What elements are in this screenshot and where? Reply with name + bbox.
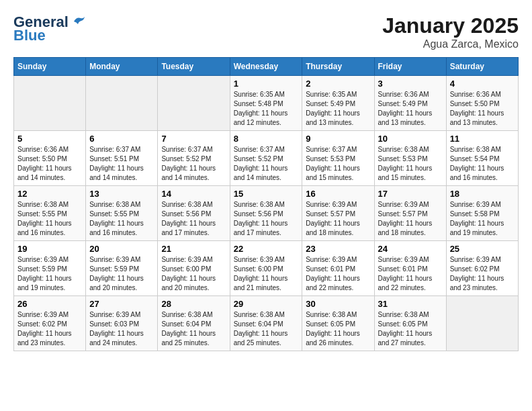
day-info: Sunrise: 6:39 AMSunset: 6:02 PMDaylight:… (17, 310, 82, 348)
day-info: Sunrise: 6:38 AMSunset: 6:05 PMDaylight:… (306, 310, 370, 348)
day-info: Sunrise: 6:39 AMSunset: 5:57 PMDaylight:… (306, 200, 370, 238)
calendar-cell: 18Sunrise: 6:39 AMSunset: 5:58 PMDayligh… (446, 186, 518, 241)
day-number: 13 (89, 189, 154, 199)
day-info: Sunrise: 6:39 AMSunset: 5:59 PMDaylight:… (89, 255, 154, 293)
day-info: Sunrise: 6:39 AMSunset: 6:00 PMDaylight:… (234, 255, 299, 293)
calendar-cell: 22Sunrise: 6:39 AMSunset: 6:00 PMDayligh… (230, 241, 302, 296)
day-info: Sunrise: 6:37 AMSunset: 5:53 PMDaylight:… (306, 145, 370, 183)
calendar-cell: 19Sunrise: 6:39 AMSunset: 5:59 PMDayligh… (14, 241, 86, 296)
calendar-cell: 23Sunrise: 6:39 AMSunset: 6:01 PMDayligh… (302, 241, 374, 296)
calendar-cell: 28Sunrise: 6:38 AMSunset: 6:04 PMDayligh… (158, 296, 230, 351)
day-number: 21 (161, 244, 226, 254)
day-number: 17 (378, 189, 443, 199)
weekday-header-saturday: Saturday (446, 58, 518, 76)
day-info: Sunrise: 6:37 AMSunset: 5:51 PMDaylight:… (89, 145, 154, 183)
calendar-week-row: 12Sunrise: 6:38 AMSunset: 5:55 PMDayligh… (14, 186, 519, 241)
day-number: 26 (17, 299, 82, 309)
day-number: 20 (89, 244, 154, 254)
calendar-cell: 27Sunrise: 6:39 AMSunset: 6:03 PMDayligh… (86, 296, 158, 351)
day-info: Sunrise: 6:38 AMSunset: 5:53 PMDaylight:… (378, 145, 443, 183)
calendar-cell: 17Sunrise: 6:39 AMSunset: 5:57 PMDayligh… (374, 186, 446, 241)
day-info: Sunrise: 6:39 AMSunset: 5:59 PMDaylight:… (17, 255, 82, 293)
calendar-body: 1Sunrise: 6:35 AMSunset: 5:48 PMDaylight… (14, 76, 519, 351)
title-block: January 2025 Agua Zarca, Mexico (382, 13, 519, 50)
calendar-cell: 5Sunrise: 6:36 AMSunset: 5:50 PMDaylight… (14, 131, 86, 186)
day-info: Sunrise: 6:38 AMSunset: 5:55 PMDaylight:… (89, 200, 154, 238)
day-number: 2 (306, 79, 370, 89)
day-info: Sunrise: 6:36 AMSunset: 5:50 PMDaylight:… (450, 90, 515, 128)
calendar-cell: 15Sunrise: 6:38 AMSunset: 5:56 PMDayligh… (230, 186, 302, 241)
logo-blue-text: Blue (13, 27, 46, 44)
day-number: 12 (17, 189, 82, 199)
day-info: Sunrise: 6:38 AMSunset: 6:04 PMDaylight:… (161, 310, 226, 348)
calendar-week-row: 5Sunrise: 6:36 AMSunset: 5:50 PMDaylight… (14, 131, 519, 186)
day-info: Sunrise: 6:38 AMSunset: 5:54 PMDaylight:… (450, 145, 515, 183)
day-number: 22 (234, 244, 299, 254)
day-info: Sunrise: 6:39 AMSunset: 6:03 PMDaylight:… (89, 310, 154, 348)
calendar-cell (158, 76, 230, 131)
day-info: Sunrise: 6:38 AMSunset: 5:56 PMDaylight:… (161, 200, 226, 238)
calendar-cell (14, 76, 86, 131)
day-info: Sunrise: 6:39 AMSunset: 6:00 PMDaylight:… (161, 255, 226, 293)
day-number: 9 (306, 134, 370, 144)
day-number: 27 (89, 299, 154, 309)
day-number: 30 (306, 299, 370, 309)
day-info: Sunrise: 6:36 AMSunset: 5:49 PMDaylight:… (378, 90, 443, 128)
calendar-cell (86, 76, 158, 131)
day-number: 31 (378, 299, 443, 309)
day-info: Sunrise: 6:38 AMSunset: 6:04 PMDaylight:… (234, 310, 299, 348)
day-number: 18 (450, 189, 515, 199)
calendar-table: SundayMondayTuesdayWednesdayThursdayFrid… (13, 57, 519, 351)
day-info: Sunrise: 6:39 AMSunset: 6:01 PMDaylight:… (378, 255, 443, 293)
calendar-cell: 16Sunrise: 6:39 AMSunset: 5:57 PMDayligh… (302, 186, 374, 241)
day-info: Sunrise: 6:35 AMSunset: 5:48 PMDaylight:… (234, 90, 299, 128)
day-number: 6 (89, 134, 154, 144)
calendar-header: SundayMondayTuesdayWednesdayThursdayFrid… (14, 58, 519, 76)
calendar-cell: 14Sunrise: 6:38 AMSunset: 5:56 PMDayligh… (158, 186, 230, 241)
day-info: Sunrise: 6:39 AMSunset: 5:57 PMDaylight:… (378, 200, 443, 238)
day-number: 7 (161, 134, 226, 144)
calendar-cell: 9Sunrise: 6:37 AMSunset: 5:53 PMDaylight… (302, 131, 374, 186)
calendar-cell: 8Sunrise: 6:37 AMSunset: 5:52 PMDaylight… (230, 131, 302, 186)
day-info: Sunrise: 6:39 AMSunset: 5:58 PMDaylight:… (450, 200, 515, 238)
day-info: Sunrise: 6:37 AMSunset: 5:52 PMDaylight:… (234, 145, 299, 183)
weekday-header-sunday: Sunday (14, 58, 86, 76)
day-info: Sunrise: 6:39 AMSunset: 6:01 PMDaylight:… (306, 255, 370, 293)
day-info: Sunrise: 6:38 AMSunset: 5:56 PMDaylight:… (234, 200, 299, 238)
calendar-week-row: 26Sunrise: 6:39 AMSunset: 6:02 PMDayligh… (14, 296, 519, 351)
calendar-title: January 2025 (382, 13, 519, 38)
day-number: 19 (17, 244, 82, 254)
calendar-cell: 29Sunrise: 6:38 AMSunset: 6:04 PMDayligh… (230, 296, 302, 351)
day-number: 28 (161, 299, 226, 309)
calendar-cell: 12Sunrise: 6:38 AMSunset: 5:55 PMDayligh… (14, 186, 86, 241)
calendar-cell: 24Sunrise: 6:39 AMSunset: 6:01 PMDayligh… (374, 241, 446, 296)
weekday-header-row: SundayMondayTuesdayWednesdayThursdayFrid… (14, 58, 519, 76)
day-info: Sunrise: 6:36 AMSunset: 5:50 PMDaylight:… (17, 145, 82, 183)
day-info: Sunrise: 6:38 AMSunset: 6:05 PMDaylight:… (378, 310, 443, 348)
day-info: Sunrise: 6:35 AMSunset: 5:49 PMDaylight:… (306, 90, 370, 128)
day-number: 23 (306, 244, 370, 254)
day-number: 3 (378, 79, 443, 89)
calendar-cell: 30Sunrise: 6:38 AMSunset: 6:05 PMDayligh… (302, 296, 374, 351)
calendar-cell: 31Sunrise: 6:38 AMSunset: 6:05 PMDayligh… (374, 296, 446, 351)
weekday-header-thursday: Thursday (302, 58, 374, 76)
calendar-cell: 20Sunrise: 6:39 AMSunset: 5:59 PMDayligh… (86, 241, 158, 296)
weekday-header-friday: Friday (374, 58, 446, 76)
calendar-cell: 25Sunrise: 6:39 AMSunset: 6:02 PMDayligh… (446, 241, 518, 296)
page-header: General Blue January 2025 Agua Zarca, Me… (13, 13, 519, 50)
day-number: 14 (161, 189, 226, 199)
day-number: 8 (234, 134, 299, 144)
calendar-subtitle: Agua Zarca, Mexico (382, 38, 519, 50)
calendar-cell: 2Sunrise: 6:35 AMSunset: 5:49 PMDaylight… (302, 76, 374, 131)
day-number: 16 (306, 189, 370, 199)
calendar-cell: 26Sunrise: 6:39 AMSunset: 6:02 PMDayligh… (14, 296, 86, 351)
calendar-week-row: 1Sunrise: 6:35 AMSunset: 5:48 PMDaylight… (14, 76, 519, 131)
day-number: 25 (450, 244, 515, 254)
calendar-cell: 3Sunrise: 6:36 AMSunset: 5:49 PMDaylight… (374, 76, 446, 131)
calendar-cell: 7Sunrise: 6:37 AMSunset: 5:52 PMDaylight… (158, 131, 230, 186)
logo: General Blue (13, 13, 86, 44)
calendar-week-row: 19Sunrise: 6:39 AMSunset: 5:59 PMDayligh… (14, 241, 519, 296)
logo-bird-icon (71, 15, 86, 28)
calendar-cell: 21Sunrise: 6:39 AMSunset: 6:00 PMDayligh… (158, 241, 230, 296)
calendar-cell (446, 296, 518, 351)
